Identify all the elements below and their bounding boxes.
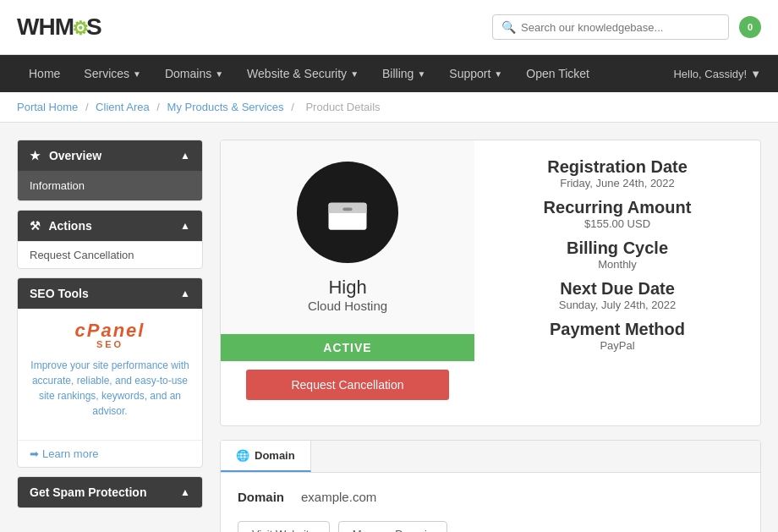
- breadcrumb-portal-home[interactable]: Portal Home: [17, 101, 78, 113]
- billing-cycle-row: Billing Cycle Monthly: [500, 239, 735, 271]
- payment-method-value: PayPal: [500, 339, 735, 352]
- product-left-content: High Cloud Hosting: [221, 140, 474, 334]
- nav-item-billing[interactable]: Billing ▼: [370, 55, 437, 92]
- overview-chevron: ▲: [180, 150, 190, 162]
- sidebar-spam-header[interactable]: Get Spam Protection ▲: [18, 477, 202, 507]
- search-box[interactable]: 🔍: [492, 14, 729, 40]
- next-due-date-label: Next Due Date: [500, 279, 735, 299]
- domain-buttons: Visit Website Manage Domain: [238, 521, 743, 532]
- arrow-right-icon: ➡: [30, 447, 39, 460]
- main-nav: Home Services ▼ Domains ▼ Website & Secu…: [0, 55, 778, 92]
- recurring-amount-row: Recurring Amount $155.00 USD: [500, 198, 735, 230]
- recurring-amount-label: Recurring Amount: [500, 198, 735, 217]
- svg-rect-2: [342, 207, 352, 211]
- product-cancel-wrapper: Request Cancellation: [221, 361, 474, 425]
- breadcrumb-sep-3: /: [291, 101, 297, 113]
- domain-value: example.com: [301, 490, 376, 504]
- services-caret: ▼: [133, 69, 141, 79]
- sidebar-actions-section: ⚒ Actions ▲ Request Cancellation: [17, 210, 203, 269]
- seo-tools-body: cPanel SEO Improve your site performance…: [18, 309, 202, 440]
- cart-button[interactable]: 0: [739, 16, 761, 38]
- seo-description: Improve your site performance with accur…: [30, 358, 189, 419]
- product-status-bar: ACTIVE: [221, 334, 474, 361]
- nav-item-home[interactable]: Home: [17, 55, 72, 92]
- breadcrumb-client-area[interactable]: Client Area: [96, 101, 150, 113]
- sidebar-overview-section: ★ Overview ▲ Information: [17, 140, 203, 201]
- sidebar-overview-header[interactable]: ★ Overview ▲: [18, 140, 202, 171]
- next-due-date-value: Sunday, July 24th, 2022: [500, 299, 735, 311]
- product-card: High Cloud Hosting ACTIVE Request Cancel…: [220, 140, 761, 426]
- nav-left: Home Services ▼ Domains ▼ Website & Secu…: [17, 55, 601, 92]
- nav-item-support[interactable]: Support ▼: [437, 55, 514, 92]
- registration-date-row: Registration Date Friday, June 24th, 202…: [500, 157, 735, 189]
- cpanel-seo-logo: cPanel SEO: [30, 321, 189, 349]
- sidebar-spam-section: Get Spam Protection ▲: [17, 476, 203, 508]
- sidebar-information-item[interactable]: Information: [18, 171, 202, 200]
- globe-icon: 🌐: [236, 449, 249, 462]
- manage-domain-button[interactable]: Manage Domain: [338, 521, 447, 532]
- product-right: Registration Date Friday, June 24th, 202…: [474, 140, 760, 425]
- spam-chevron: ▲: [180, 486, 190, 498]
- main-panel: High Cloud Hosting ACTIVE Request Cancel…: [220, 140, 761, 532]
- sidebar-seo-section: SEO Tools ▲ cPanel SEO Improve your site…: [17, 277, 203, 468]
- payment-method-row: Payment Method PayPal: [500, 320, 735, 352]
- sidebar-seo-header[interactable]: SEO Tools ▲: [18, 278, 202, 309]
- nav-item-open-ticket[interactable]: Open Ticket: [514, 55, 601, 92]
- learn-more-link[interactable]: ➡ Learn more: [18, 440, 202, 467]
- breadcrumb-my-products[interactable]: My Products & Services: [167, 101, 284, 113]
- sidebar-actions-header[interactable]: ⚒ Actions ▲: [18, 211, 202, 241]
- logo: WHM⚙S: [17, 14, 101, 41]
- domains-caret: ▼: [215, 69, 223, 79]
- sidebar-request-cancellation[interactable]: Request Cancellation: [18, 241, 202, 268]
- wrench-icon: ⚒: [30, 219, 41, 233]
- nav-item-domains[interactable]: Domains ▼: [153, 55, 235, 92]
- seo-chevron: ▲: [180, 288, 190, 299]
- website-security-caret: ▼: [350, 69, 359, 79]
- logo-gear: ⚙: [72, 18, 88, 39]
- nav-item-services[interactable]: Services ▼: [72, 55, 153, 92]
- search-icon: 🔍: [501, 20, 516, 34]
- visit-website-button[interactable]: Visit Website: [238, 521, 330, 532]
- product-type: Cloud Hosting: [308, 299, 387, 313]
- next-due-date-row: Next Due Date Sunday, July 24th, 2022: [500, 279, 735, 311]
- product-icon-circle: [297, 162, 398, 263]
- breadcrumb: Portal Home / Client Area / My Products …: [0, 92, 778, 123]
- billing-cycle-value: Monthly: [500, 258, 735, 271]
- domain-label: Domain: [238, 490, 284, 504]
- product-card-inner: High Cloud Hosting ACTIVE Request Cancel…: [221, 140, 760, 425]
- payment-method-label: Payment Method: [500, 320, 735, 339]
- breadcrumb-sep-2: /: [156, 101, 162, 113]
- registration-date-value: Friday, June 24th, 2022: [500, 177, 735, 189]
- tabs-nav: 🌐 Domain: [221, 441, 760, 473]
- main-content: ★ Overview ▲ Information ⚒ Actions ▲ Req…: [0, 123, 778, 532]
- search-input[interactable]: [521, 21, 720, 34]
- actions-chevron: ▲: [180, 220, 190, 232]
- header-right: 🔍 0: [492, 14, 761, 40]
- sidebar: ★ Overview ▲ Information ⚒ Actions ▲ Req…: [17, 140, 203, 532]
- user-caret: ▼: [750, 68, 761, 80]
- billing-cycle-label: Billing Cycle: [500, 239, 735, 258]
- product-name: High: [328, 277, 366, 299]
- logo-text: WHM⚙S: [17, 14, 101, 41]
- tabs-section: 🌐 Domain Domain example.com Visit Websit…: [220, 440, 761, 532]
- domain-row: Domain example.com: [238, 490, 743, 504]
- registration-date-label: Registration Date: [500, 157, 735, 177]
- header: WHM⚙S 🔍 0: [0, 0, 778, 55]
- nav-user-greeting[interactable]: Hello, Cassidy! ▼: [673, 68, 761, 80]
- tab-domain[interactable]: 🌐 Domain: [221, 441, 311, 472]
- product-cancel-button[interactable]: Request Cancellation: [246, 370, 449, 400]
- box-icon: [322, 187, 373, 238]
- sidebar-overview-body: Information: [18, 171, 202, 200]
- sidebar-actions-body: Request Cancellation: [18, 241, 202, 268]
- nav-item-website-security[interactable]: Website & Security ▼: [235, 55, 370, 92]
- recurring-amount-value: $155.00 USD: [500, 217, 735, 230]
- billing-caret: ▼: [417, 69, 425, 79]
- breadcrumb-product-details: Product Details: [305, 101, 380, 113]
- star-icon: ★: [30, 149, 41, 162]
- tab-content-domain: Domain example.com Visit Website Manage …: [221, 473, 760, 532]
- breadcrumb-sep-1: /: [85, 101, 91, 113]
- product-left-wrapper: High Cloud Hosting ACTIVE Request Cancel…: [221, 140, 474, 425]
- support-caret: ▼: [494, 69, 502, 79]
